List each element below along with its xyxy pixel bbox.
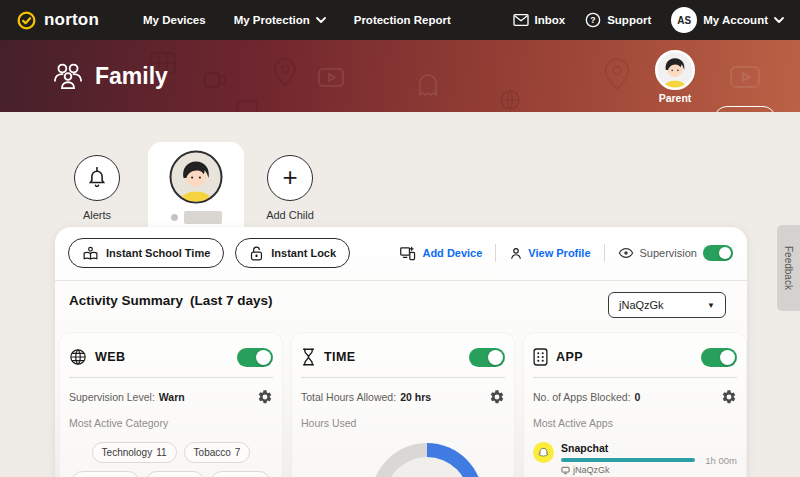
supervision-level-value: Warn <box>159 391 185 403</box>
nav-items: My Devices My Protection Protection Repo… <box>143 14 451 26</box>
inbox-label: Inbox <box>535 14 566 26</box>
view-profile-label: View Profile <box>528 247 590 259</box>
banner-pattern-play2-icon <box>730 66 760 88</box>
top-navigation: norton My Devices My Protection Protecti… <box>0 0 800 40</box>
banner-pattern-pin2-icon <box>604 58 630 90</box>
child-profile-tab-selected[interactable] <box>148 142 244 234</box>
web-toggle[interactable] <box>237 348 273 367</box>
chevron-down-icon <box>774 17 784 23</box>
alerts-selector[interactable]: Alerts <box>67 155 127 221</box>
add-device-label: Add Device <box>422 247 482 259</box>
help-button[interactable]: Help <box>714 106 776 112</box>
supervision-label: Supervision <box>640 247 697 259</box>
support-link[interactable]: ? Support <box>585 12 651 28</box>
add-child-selector[interactable]: + Add Child <box>252 155 328 221</box>
nav-my-protection[interactable]: My Protection <box>234 14 326 26</box>
most-active-apps-label: Most Active Apps <box>533 417 737 429</box>
support-label: Support <box>607 14 651 26</box>
inbox-link[interactable]: Inbox <box>513 13 566 27</box>
nav-my-protection-label: My Protection <box>234 14 310 26</box>
child-avatar <box>169 150 223 204</box>
child-dashboard-card: Instant School Time Instant Lock <box>55 227 747 477</box>
view-profile-link[interactable]: View Profile <box>509 246 590 261</box>
alerts-button[interactable] <box>74 155 120 201</box>
norton-logo-icon <box>16 10 37 31</box>
device-icon <box>561 466 570 475</box>
web-card: WEB Supervision Level: Warn Most Active … <box>59 332 283 477</box>
gear-icon[interactable] <box>257 389 273 405</box>
my-account-label: My Account <box>703 14 768 26</box>
person-icon <box>509 246 523 261</box>
gear-icon[interactable] <box>489 389 505 405</box>
category-tag[interactable]: Health3 <box>211 471 269 477</box>
globe-icon <box>69 348 87 366</box>
plus-icon: + <box>282 164 297 190</box>
instant-school-time-button[interactable]: Instant School Time <box>68 238 224 268</box>
nav-my-devices[interactable]: My Devices <box>143 14 206 26</box>
supervision-toggle[interactable] <box>703 245 733 261</box>
toolbar: Instant School Time Instant Lock <box>68 237 733 269</box>
category-tag[interactable]: Tobacco7 <box>184 442 251 463</box>
time-allowed-row: Total Hours Allowed: 20 hrs <box>301 389 505 405</box>
supervision-level-label: Supervision Level: <box>69 391 155 403</box>
alerts-label: Alerts <box>83 209 111 221</box>
child-name-row <box>148 211 244 224</box>
banner-pattern-pin-icon <box>274 58 296 86</box>
question-circle-icon: ? <box>585 12 601 28</box>
device-row: jNaQzGk <box>561 465 695 475</box>
instant-lock-button[interactable]: Instant Lock <box>235 238 350 268</box>
category-tag[interactable]: Technology11 <box>92 442 177 463</box>
time-card-title: TIME <box>324 350 355 364</box>
gear-icon[interactable] <box>721 389 737 405</box>
time-toggle[interactable] <box>469 348 505 367</box>
parent-label: Parent <box>655 92 695 104</box>
divider <box>495 244 496 262</box>
status-dot <box>171 214 178 221</box>
category-tag[interactable]: Sports3 <box>146 471 204 477</box>
banner-pattern-camera-icon <box>204 72 226 88</box>
banner-pattern-play-icon <box>318 68 344 87</box>
hours-allowed-label: Total Hours Allowed: <box>301 391 396 403</box>
tag-count: 11 <box>156 447 166 458</box>
parent-profile[interactable]: Parent <box>655 50 695 104</box>
parent-avatar <box>655 50 695 90</box>
most-active-category-label: Most Active Category <box>69 417 273 429</box>
activity-summary-range: (Last 7 days) <box>190 293 273 308</box>
family-banner: Family Parent Help <box>0 40 800 112</box>
add-device-link[interactable]: Add Device <box>399 245 482 261</box>
divider <box>604 244 605 262</box>
school-time-icon <box>82 245 99 262</box>
app-toggle[interactable] <box>701 348 737 367</box>
norton-brand[interactable]: norton <box>16 10 99 31</box>
web-card-header: WEB <box>69 341 273 378</box>
account-avatar: AS <box>671 7 697 33</box>
nav-protection-report[interactable]: Protection Report <box>354 14 451 26</box>
app-name: Snapchat <box>561 442 695 454</box>
category-tag[interactable]: Abortion4 <box>72 471 139 477</box>
banner-pattern-ghost-icon <box>418 74 438 96</box>
supervision-control: Supervision <box>618 245 733 261</box>
my-account[interactable]: AS My Account <box>671 7 784 33</box>
hours-used-label: Hours Used <box>301 417 505 429</box>
add-child-label: Add Child <box>266 209 314 221</box>
brand-name: norton <box>44 10 99 30</box>
child-name-redacted <box>184 211 222 224</box>
banner-title: Family <box>52 62 168 90</box>
caret-down-icon: ▼ <box>707 301 715 310</box>
add-child-button[interactable]: + <box>267 155 313 201</box>
bell-icon <box>86 166 108 190</box>
lock-icon <box>249 245 264 262</box>
add-device-icon <box>399 245 417 261</box>
tag-count: 7 <box>235 447 241 458</box>
donut-center: 4/20 HOURS USED <box>385 457 469 477</box>
feedback-tab[interactable]: Feedback <box>777 225 800 311</box>
topnav-right: Inbox ? Support AS My Account <box>513 7 785 33</box>
family-icon <box>52 62 84 90</box>
envelope-icon <box>513 13 529 27</box>
child-select-dropdown[interactable]: jNaQzGk ▼ <box>608 292 726 318</box>
instant-school-time-label: Instant School Time <box>106 247 210 259</box>
eye-icon <box>618 247 634 259</box>
app-grid-icon <box>533 348 548 366</box>
time-card-header: TIME <box>301 341 505 378</box>
app-card-header: APP <box>533 341 737 378</box>
